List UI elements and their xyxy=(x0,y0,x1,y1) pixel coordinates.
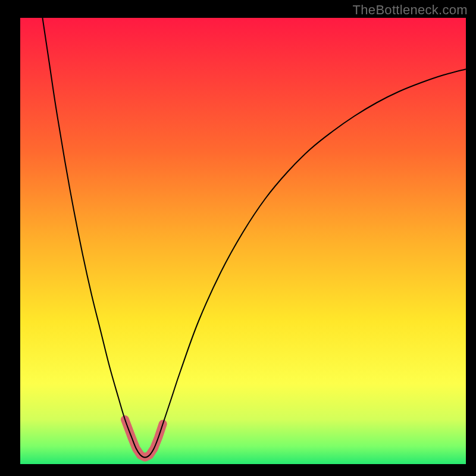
chart-stage: TheBottleneck.com xyxy=(0,0,476,476)
plot-background xyxy=(20,18,466,464)
bottleneck-plot xyxy=(0,0,476,476)
watermark-text: TheBottleneck.com xyxy=(353,2,468,18)
